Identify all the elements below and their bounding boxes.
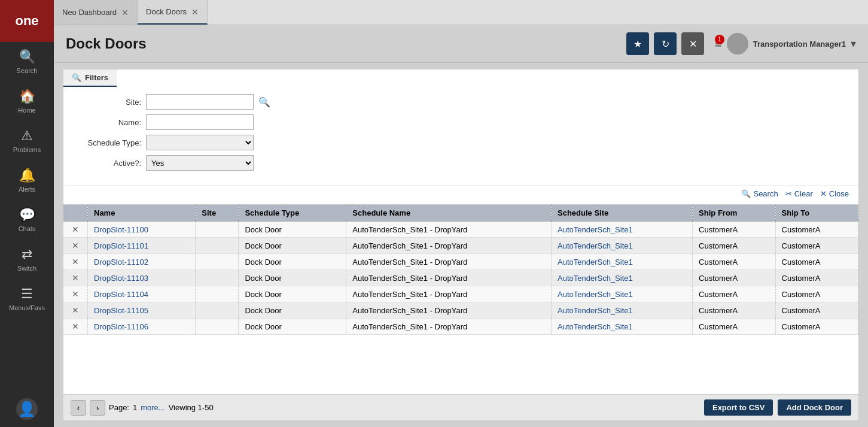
row-schedule-site-link[interactable]: AutoTenderSch_Site1 [558,241,633,250]
row-ship-to-cell: CustomerA [775,286,858,302]
clear-filter-button[interactable]: ✂ Clear [785,189,813,198]
close-tab-icon[interactable]: ✕ [121,8,129,17]
row-schedule-name-cell: AutoTenderSch_Site1 - DropYard [346,238,552,254]
sidebar-item-label: Switch [17,265,36,272]
schedule-type-label: Schedule Type: [75,138,141,147]
sidebar-item-home[interactable]: 🏠 Home [0,81,54,121]
more-pages-link[interactable]: more... [141,403,165,412]
close-tab-icon[interactable]: ✕ [191,8,199,16]
row-name-cell: DropSlot-11103 [88,270,196,286]
delete-row-icon[interactable]: ✕ [69,241,81,250]
sidebar-item-profile[interactable]: 👤 [0,391,54,427]
warning-icon: ⚠ [21,128,33,144]
row-name-link[interactable]: DropSlot-11102 [94,258,148,267]
sidebar-item-switch[interactable]: ⇄ Switch [0,240,54,279]
row-schedule-site-cell: AutoTenderSch_Site1 [551,222,692,238]
col-header-schedule-site: Schedule Site [551,205,692,222]
row-schedule-type-cell: Dock Door [239,302,346,319]
prev-page-button[interactable]: ‹ [71,400,86,416]
col-header-schedule-name: Schedule Name [346,205,552,222]
row-schedule-type-cell: Dock Door [239,286,346,302]
row-name-link[interactable]: DropSlot-11105 [94,306,148,315]
user-dropdown-arrow[interactable]: ▾ [851,37,856,50]
row-site-cell [196,238,239,254]
row-delete-cell: ✕ [63,270,88,286]
row-schedule-site-cell: AutoTenderSch_Site1 [551,270,692,286]
close-button[interactable]: ✕ [681,32,704,55]
col-header-ship-to: Ship To [775,205,858,222]
row-ship-to-cell: CustomerA [775,270,858,286]
row-schedule-type-cell: Dock Door [239,222,346,238]
delete-row-icon[interactable]: ✕ [69,273,81,283]
star-button[interactable]: ★ [626,32,649,55]
tab-bar: Neo Dashboard ✕ Dock Doors ✕ [54,0,868,25]
tab-neo-dashboard[interactable]: Neo Dashboard ✕ [54,0,138,25]
row-schedule-site-link[interactable]: AutoTenderSch_Site1 [558,290,633,299]
row-name-link[interactable]: DropSlot-11100 [94,225,148,234]
row-schedule-site-link[interactable]: AutoTenderSch_Site1 [558,322,633,331]
table-footer: ‹ › Page: 1 more... Viewing 1-50 Export … [63,395,859,421]
sidebar-item-search[interactable]: 🔍 Search [0,42,54,81]
tab-dock-doors[interactable]: Dock Doors ✕ [138,0,208,25]
footer-buttons: Export to CSV Add Dock Door [704,399,851,416]
row-schedule-site-link[interactable]: AutoTenderSch_Site1 [558,258,633,267]
schedule-type-select[interactable] [146,135,254,150]
main-wrapper: Neo Dashboard ✕ Dock Doors ✕ Dock Doors … [54,0,868,427]
search-filter-button[interactable]: 🔍 Search [741,189,778,198]
filters-tab[interactable]: 🔍 Filters [63,69,117,87]
row-schedule-site-cell: AutoTenderSch_Site1 [551,319,692,335]
page-number: 1 [133,403,137,412]
avatar [727,33,748,54]
row-schedule-site-link[interactable]: AutoTenderSch_Site1 [558,225,633,234]
name-label: Name: [75,118,141,127]
row-name-link[interactable]: DropSlot-11103 [94,274,148,283]
row-delete-cell: ✕ [63,286,88,302]
pagination: ‹ › Page: 1 more... Viewing 1-50 [71,400,214,416]
row-schedule-name-cell: AutoTenderSch_Site1 - DropYard [346,302,552,319]
filters-body: Site: 🔍 Name: Schedule Type: Active?: [63,87,858,183]
active-select[interactable]: Yes No [146,155,254,171]
export-csv-button[interactable]: Export to CSV [704,399,773,416]
site-input[interactable] [146,94,254,110]
row-schedule-name-cell: AutoTenderSch_Site1 - DropYard [346,286,552,302]
sidebar-item-chats[interactable]: 💬 Chats [0,200,54,240]
row-schedule-name-cell: AutoTenderSch_Site1 - DropYard [346,222,552,238]
row-schedule-type-cell: Dock Door [239,319,346,335]
row-ship-from-cell: CustomerA [693,270,775,286]
active-label: Active?: [75,159,141,168]
name-input[interactable] [146,114,254,130]
row-site-cell [196,302,239,319]
delete-row-icon[interactable]: ✕ [69,225,81,234]
delete-row-icon[interactable]: ✕ [69,289,81,299]
row-ship-to-cell: CustomerA [775,302,858,319]
site-search-button[interactable]: 🔍 [258,96,270,108]
filters-panel: 🔍 Filters Site: 🔍 Name: Schedule Type: [63,69,859,205]
row-name-link[interactable]: DropSlot-11106 [94,322,148,331]
filters-actions: 🔍 Search ✂ Clear ✕ Close [63,185,858,204]
delete-row-icon[interactable]: ✕ [69,322,81,331]
row-schedule-site-link[interactable]: AutoTenderSch_Site1 [558,274,633,283]
row-name-cell: DropSlot-11100 [88,222,196,238]
row-name-link[interactable]: DropSlot-11101 [94,241,148,250]
filter-icon: 🔍 [72,73,81,82]
add-dock-door-button[interactable]: Add Dock Door [778,399,851,416]
notification-badge: 1 [715,35,724,44]
sidebar-item-problems[interactable]: ⚠ Problems [0,121,54,160]
refresh-button[interactable]: ↻ [654,32,677,55]
menu-icon-button[interactable]: ≡ 1 [715,37,722,51]
sidebar-item-alerts[interactable]: 🔔 Alerts [0,160,54,200]
delete-row-icon[interactable]: ✕ [69,305,81,315]
sidebar-item-menus[interactable]: ☰ Menus/Favs [0,279,54,319]
next-page-button[interactable]: › [90,400,105,416]
close-filter-button[interactable]: ✕ Close [820,189,849,198]
row-schedule-name-cell: AutoTenderSch_Site1 - DropYard [346,254,552,270]
sidebar-item-label: Home [18,107,35,114]
viewing-label: Viewing 1-50 [169,403,214,412]
header-actions: ★ ↻ ✕ ≡ 1 Transportation Manager1 ▾ [626,32,856,55]
table-row: ✕ DropSlot-11106 Dock Door AutoTenderSch… [63,319,858,335]
row-schedule-site-link[interactable]: AutoTenderSch_Site1 [558,306,633,315]
delete-row-icon[interactable]: ✕ [69,257,81,267]
row-name-link[interactable]: DropSlot-11104 [94,290,148,299]
row-schedule-type-cell: Dock Door [239,270,346,286]
row-name-cell: DropSlot-11106 [88,319,196,335]
